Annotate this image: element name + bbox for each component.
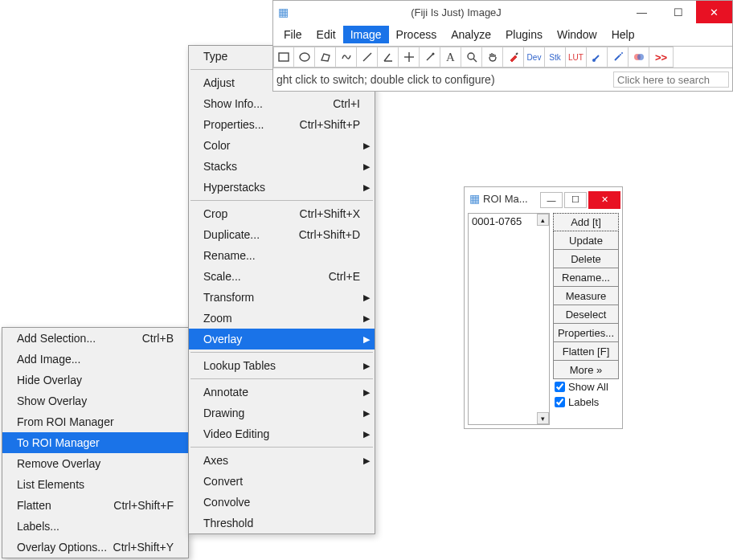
overlay-menu-item-overlay-options[interactable]: Overlay Options...Ctrl+Shift+Y xyxy=(2,537,188,558)
image-menu-item-convert[interactable]: Convert xyxy=(189,471,375,492)
image-menu-item-show-info[interactable]: Show Info...Ctrl+I xyxy=(189,93,375,114)
more-tool[interactable]: >> xyxy=(649,47,674,67)
wand-tool[interactable] xyxy=(420,47,440,67)
scroll-down-button[interactable]: ▾ xyxy=(537,412,549,424)
blend-tool[interactable] xyxy=(629,47,649,67)
menu-item-label: Hide Overlay xyxy=(17,374,82,386)
close-button[interactable]: ✕ xyxy=(696,1,732,23)
roi-list[interactable]: 0001-0765 ▴ ▾ xyxy=(468,213,550,425)
overlay-menu-item-from-roi-manager[interactable]: From ROI Manager xyxy=(2,411,188,432)
stk-tool[interactable]: Stk xyxy=(545,47,566,67)
image-menu-item-scale[interactable]: Scale...Ctrl+E xyxy=(189,266,375,287)
overlay-menu-item-flatten[interactable]: FlattenCtrl+Shift+F xyxy=(2,495,188,516)
menu-item-label: Duplicate... xyxy=(203,228,260,241)
line-tool[interactable] xyxy=(357,47,378,67)
image-menu-item-rename[interactable]: Rename... xyxy=(189,245,375,266)
angle-tool[interactable] xyxy=(378,47,399,67)
scroll-up-button[interactable]: ▴ xyxy=(537,214,549,226)
image-menu-item-video-editing[interactable]: Video Editing▶ xyxy=(189,423,375,444)
menu-item-label: Zoom xyxy=(203,312,232,325)
roi-maximize-button[interactable]: ☐ xyxy=(564,192,587,208)
overlay-menu-item-labels[interactable]: Labels... xyxy=(2,516,188,537)
roi-properties-button[interactable]: Properties... xyxy=(553,324,619,342)
menu-item-label: From ROI Manager xyxy=(17,415,114,428)
search-input[interactable] xyxy=(613,72,729,88)
submenu-arrow-icon: ▶ xyxy=(363,313,370,324)
roi-update-button[interactable]: Update xyxy=(553,231,619,250)
spray-tool[interactable] xyxy=(608,47,629,67)
image-menu-item-color[interactable]: Color▶ xyxy=(189,135,375,156)
menu-item-label: Threshold xyxy=(203,517,253,529)
menubar-item-help[interactable]: Help xyxy=(604,26,642,43)
polygon-tool[interactable] xyxy=(315,47,336,67)
maximize-button[interactable]: ☐ xyxy=(660,1,696,23)
image-menu-item-overlay[interactable]: Overlay▶ xyxy=(189,329,375,349)
menu-item-label: Video Editing xyxy=(203,427,269,440)
roi-button-panel: Add [t]UpdateDeleteRename...MeasureDesel… xyxy=(553,213,619,425)
image-menu-item-hyperstacks[interactable]: Hyperstacks▶ xyxy=(189,177,375,198)
image-menu-item-zoom[interactable]: Zoom▶ xyxy=(189,308,375,329)
point-tool[interactable] xyxy=(399,47,420,67)
roi-deselect-button[interactable]: Deselect xyxy=(553,305,619,324)
roi-delete-button[interactable]: Delete xyxy=(553,250,619,268)
roi-measure-button[interactable]: Measure xyxy=(553,287,619,305)
overlay-menu-item-add-selection[interactable]: Add Selection...Ctrl+B xyxy=(2,328,188,349)
overlay-menu-item-remove-overlay[interactable]: Remove Overlay xyxy=(2,453,188,474)
checkbox[interactable] xyxy=(555,397,565,407)
overlay-menu-item-hide-overlay[interactable]: Hide Overlay xyxy=(2,370,188,390)
roi-flatten-f-button[interactable]: Flatten [F] xyxy=(553,342,619,361)
menubar-item-image[interactable]: Image xyxy=(343,26,389,43)
image-menu-item-duplicate[interactable]: Duplicate...Ctrl+Shift+D xyxy=(189,224,375,245)
dev-tool[interactable]: Dev xyxy=(524,47,545,67)
roi-window-controls: — ☐ ✕ xyxy=(540,189,622,209)
menubar-item-process[interactable]: Process xyxy=(389,26,444,43)
menubar-item-analyze[interactable]: Analyze xyxy=(444,26,498,43)
roi-check-show-all[interactable]: Show All xyxy=(553,379,619,394)
image-menu-item-drawing[interactable]: Drawing▶ xyxy=(189,403,375,423)
image-menu-item-threshold[interactable]: Threshold xyxy=(189,513,375,533)
menu-item-label: Show Overlay xyxy=(17,394,87,407)
freehand-tool[interactable] xyxy=(336,47,357,67)
menubar-item-plugins[interactable]: Plugins xyxy=(498,26,550,43)
menubar-item-window[interactable]: Window xyxy=(550,26,604,43)
magnify-tool[interactable] xyxy=(461,47,482,67)
roi-close-button[interactable]: ✕ xyxy=(588,191,620,209)
image-menu-item-annotate[interactable]: Annotate▶ xyxy=(189,382,375,403)
roi-more-button[interactable]: More » xyxy=(553,361,619,379)
menu-item-label: Stacks xyxy=(203,160,237,173)
roi-add-t-button[interactable]: Add [t] xyxy=(553,213,619,231)
roi-rename-button[interactable]: Rename... xyxy=(553,268,619,287)
image-menu-item-convolve[interactable]: Convolve xyxy=(189,492,375,513)
roi-check-labels[interactable]: Labels xyxy=(553,394,619,410)
image-menu-item-axes[interactable]: Axes▶ xyxy=(189,450,375,471)
menu-item-label: Add Selection... xyxy=(17,332,96,345)
image-menu-item-lookup-tables[interactable]: Lookup Tables▶ xyxy=(189,355,375,376)
hand-tool[interactable] xyxy=(482,47,503,67)
overlay-menu-item-to-roi-manager[interactable]: To ROI Manager xyxy=(2,432,188,453)
menu-item-label: Scale... xyxy=(203,270,241,283)
menu-shortcut: Ctrl+Shift+D xyxy=(299,228,360,241)
menu-item-label: Type xyxy=(203,50,227,63)
dropper-tool[interactable] xyxy=(503,47,524,67)
rect-tool[interactable] xyxy=(273,47,294,67)
checkbox[interactable] xyxy=(555,382,565,392)
menu-item-label: List Elements xyxy=(17,478,84,491)
oval-tool[interactable] xyxy=(294,47,315,67)
menubar-item-edit[interactable]: Edit xyxy=(309,26,343,43)
minimize-button[interactable]: — xyxy=(624,1,660,23)
roi-window-title: ROI Ma... xyxy=(483,193,540,205)
brush-tool[interactable] xyxy=(587,47,608,67)
image-menu-item-stacks[interactable]: Stacks▶ xyxy=(189,156,375,177)
image-menu-item-transform[interactable]: Transform▶ xyxy=(189,287,375,308)
overlay-menu-item-list-elements[interactable]: List Elements xyxy=(2,474,188,495)
image-menu-item-properties[interactable]: Properties...Ctrl+Shift+P xyxy=(189,114,375,135)
statusbar: ght click to switch; double click to con… xyxy=(273,68,732,91)
image-menu-item-crop[interactable]: CropCtrl+Shift+X xyxy=(189,203,375,224)
overlay-menu-item-add-image[interactable]: Add Image... xyxy=(2,349,188,370)
roi-minimize-button[interactable]: — xyxy=(540,192,563,208)
lut-tool[interactable]: LUT xyxy=(566,47,587,67)
menu-item-label: Overlay xyxy=(203,333,242,345)
overlay-menu-item-show-overlay[interactable]: Show Overlay xyxy=(2,390,188,411)
menubar-item-file[interactable]: File xyxy=(276,26,309,43)
text-tool[interactable]: A xyxy=(440,47,461,67)
